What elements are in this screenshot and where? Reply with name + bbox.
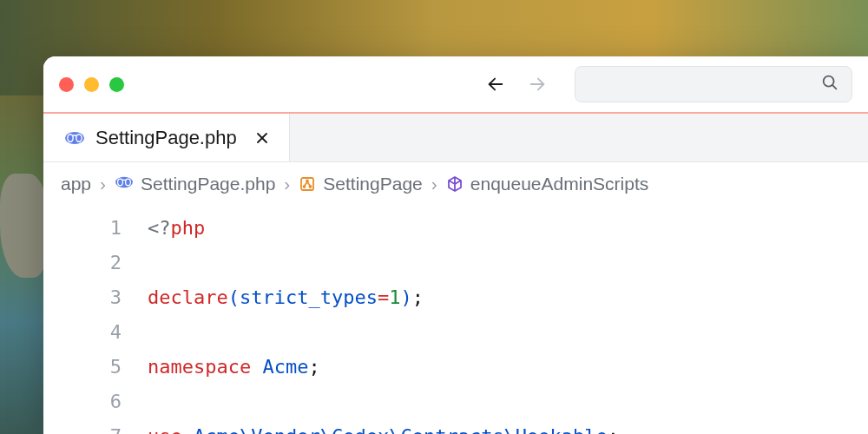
editor-window: SettingPage.php app › SettingPage.php › … <box>43 56 868 434</box>
breadcrumb-method[interactable]: enqueueAdminScripts <box>446 174 648 194</box>
breadcrumb: app › SettingPage.php › SettingPage › en… <box>43 162 868 206</box>
breadcrumb-file[interactable]: SettingPage.php <box>115 174 275 194</box>
tab-filename: SettingPage.php <box>95 127 237 149</box>
svg-line-19 <box>307 182 310 187</box>
tab-bar: SettingPage.php <box>43 114 868 162</box>
php-file-icon <box>64 129 85 147</box>
close-window-button[interactable] <box>59 77 74 92</box>
nav-back-button[interactable] <box>486 75 505 94</box>
code-editor[interactable]: 1 2 3 4 5 6 7 <?php declare(strict_types… <box>43 206 868 434</box>
titlebar <box>43 56 868 114</box>
breadcrumb-class[interactable]: SettingPage <box>299 174 422 194</box>
method-icon <box>446 175 464 193</box>
tab-settingpage[interactable]: SettingPage.php <box>43 114 290 161</box>
line-gutter: 1 2 3 4 5 6 7 <box>43 206 148 434</box>
php-file-icon <box>115 174 134 194</box>
zoom-window-button[interactable] <box>109 77 124 92</box>
tab-close-button[interactable] <box>254 130 270 146</box>
nav-forward-button[interactable] <box>528 75 547 94</box>
svg-line-3 <box>832 85 836 89</box>
search-input[interactable] <box>575 66 852 102</box>
window-controls <box>59 77 124 92</box>
chevron-right-icon: › <box>431 174 437 194</box>
chevron-right-icon: › <box>100 174 106 194</box>
svg-point-16 <box>304 186 306 187</box>
code-content: <?php declare(strict_types=1); namespace… <box>148 206 619 434</box>
minimize-window-button[interactable] <box>84 77 99 92</box>
search-icon <box>820 73 839 95</box>
chevron-right-icon: › <box>284 174 290 194</box>
class-icon <box>299 175 316 193</box>
nav-arrows <box>486 75 547 94</box>
breadcrumb-folder[interactable]: app <box>61 174 91 194</box>
svg-point-17 <box>310 186 312 187</box>
